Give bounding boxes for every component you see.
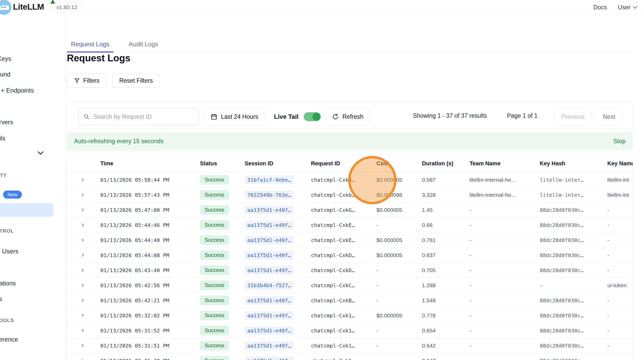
cell-key-name: - xyxy=(603,237,633,243)
reset-filters-button[interactable]: Reset Filters xyxy=(112,74,160,88)
expand-row-chevron-icon[interactable] xyxy=(80,224,84,226)
tab-request-logs[interactable]: Request Logs xyxy=(67,36,114,52)
cell-status: Success xyxy=(196,250,240,260)
sidebar-item-servers[interactable]: rvers xyxy=(0,119,13,126)
row-expand-cell xyxy=(67,254,96,257)
row-expand-cell xyxy=(67,314,96,317)
cell-key-hash: 88dc28d0f030c… xyxy=(536,267,603,273)
sidebar-item-playground[interactable]: und xyxy=(0,71,10,78)
time-range-label: Last 24 Hours xyxy=(221,113,258,120)
previous-page-button[interactable]: Previous xyxy=(554,108,592,125)
cell-team-name: - xyxy=(465,312,536,319)
status-badge: Success xyxy=(200,356,229,360)
expand-row-chevron-icon[interactable] xyxy=(80,193,84,196)
cell-request-id: chatcmpl-CxkD… xyxy=(307,267,372,273)
sidebar-section-observability: TY xyxy=(0,173,7,178)
sidebar-item-keys[interactable]: Keys xyxy=(0,55,11,62)
cell-cost: $0.000005 xyxy=(372,252,418,258)
row-expand-cell xyxy=(67,178,96,181)
table-row: 01/13/2026 05:31:52 PMSuccessaa1375d1-e4… xyxy=(67,323,633,338)
cell-time: 01/13/2026 05:42:21 PM xyxy=(96,297,196,304)
cell-request-id: chatcmpl-Cxk1… xyxy=(307,358,372,360)
table-row: 01/13/2026 05:32:02 PMSuccessaa1375d1-e4… xyxy=(67,308,633,323)
tab-audit-logs[interactable]: Audit Logs xyxy=(125,36,162,52)
session-id-link[interactable]: aa1375d1-e49f… xyxy=(245,311,294,320)
session-id-link[interactable]: aa1375d1-e49f… xyxy=(245,266,294,275)
sidebar-collapse-chevron-icon[interactable] xyxy=(38,149,44,155)
cell-key-hash: 88dc28d0f030c… xyxy=(536,237,603,243)
table-row: 01/13/2026 05:44:40 PMSuccessaa1375d1-e4… xyxy=(67,233,633,248)
cell-key-name: - xyxy=(603,267,633,273)
session-id-link[interactable]: aa1375d1-e49f… xyxy=(245,326,294,335)
new-badge: New xyxy=(3,191,22,199)
sidebar-item-guardrails[interactable]: ils xyxy=(0,135,5,142)
session-id-link[interactable]: aa1375d1-e49f… xyxy=(245,251,294,260)
status-badge: Success xyxy=(200,341,229,350)
sidebar-item-organizations[interactable]: ations xyxy=(0,280,16,287)
filters-button[interactable]: Filters xyxy=(67,74,107,88)
session-id-link[interactable]: 31bfa1cf-0ebe… xyxy=(245,175,294,184)
next-page-button[interactable]: Next xyxy=(595,108,623,125)
row-expand-cell xyxy=(67,208,96,211)
cell-key-hash: 88dc28d0f030c… xyxy=(536,328,603,334)
sidebar-item-teams[interactable]: s xyxy=(0,295,2,303)
cell-status: Success xyxy=(196,220,240,230)
cell-team-name: - xyxy=(465,252,536,258)
session-id-link[interactable]: aa1375d1-e49f… xyxy=(245,221,294,230)
expand-row-chevron-icon[interactable] xyxy=(80,254,84,257)
litellm-logo-icon xyxy=(0,0,11,15)
cell-key-hash: litellm-inter… xyxy=(536,177,603,183)
expand-row-chevron-icon[interactable] xyxy=(80,329,84,332)
cell-request-id: chatcmpl-CxkE… xyxy=(307,237,372,243)
expand-row-chevron-icon[interactable] xyxy=(80,284,84,287)
cell-cost: $0.000005 xyxy=(372,177,418,183)
session-id-link[interactable]: aa1375d1-e49f… xyxy=(245,341,294,350)
cell-duration: 1.548 xyxy=(418,297,465,304)
expand-row-chevron-icon[interactable] xyxy=(80,178,84,181)
header-status: Status xyxy=(196,160,240,167)
session-id-link[interactable]: aa1375d1-e49f… xyxy=(245,236,294,245)
cell-status: Success xyxy=(196,296,240,305)
row-expand-cell xyxy=(67,284,96,287)
sidebar-item-api-reference[interactable]: erence xyxy=(0,336,18,343)
cell-duration: 1.45 xyxy=(418,207,465,213)
cell-key-hash: litellm-inter… xyxy=(536,192,603,198)
cell-key-name: - xyxy=(603,297,633,304)
expand-row-chevron-icon[interactable] xyxy=(80,299,84,302)
expand-row-chevron-icon[interactable] xyxy=(80,239,84,241)
session-id-link[interactable]: 7022549b-763e… xyxy=(245,191,294,199)
session-id-link[interactable]: 31b3b4b4-f527… xyxy=(245,281,294,290)
cell-cost: $0.000005 xyxy=(372,312,418,319)
cell-cost: - xyxy=(372,328,418,334)
user-menu[interactable]: User xyxy=(618,4,637,11)
sidebar-item-logs-active[interactable] xyxy=(0,203,53,217)
header-cost: Cost xyxy=(372,160,418,167)
docs-link[interactable]: Docs xyxy=(593,4,607,11)
cell-request-id: chatcmpl-Cxk1… xyxy=(307,343,372,349)
cell-duration: 0.642 xyxy=(418,343,465,349)
cell-cost: - xyxy=(372,282,418,289)
session-id-link[interactable]: aa1375d1-e49f… xyxy=(245,356,294,360)
stop-auto-refresh-link[interactable]: Stop xyxy=(613,138,626,145)
sidebar-item-users[interactable]: Users xyxy=(2,248,18,255)
session-id-link[interactable]: aa1375d1-e49f… xyxy=(245,206,294,214)
live-tail-toggle[interactable] xyxy=(304,112,321,121)
cell-status: Success xyxy=(196,356,240,360)
expand-row-chevron-icon[interactable] xyxy=(80,344,84,347)
cell-request-id: chatcmpl-CxkD… xyxy=(307,252,372,258)
time-range-button[interactable]: Last 24 Hours xyxy=(204,108,265,125)
header-request-id: Request ID xyxy=(307,160,372,167)
row-expand-cell xyxy=(67,299,96,302)
expand-row-chevron-icon[interactable] xyxy=(80,314,84,317)
search-input[interactable] xyxy=(93,113,194,120)
expand-row-chevron-icon[interactable] xyxy=(80,269,84,272)
status-badge: Success xyxy=(200,311,229,320)
refresh-button[interactable]: Refresh xyxy=(326,108,370,125)
cell-key-hash: 88dc28d0f030c… xyxy=(536,207,603,213)
expand-row-chevron-icon[interactable] xyxy=(80,208,84,211)
row-expand-cell xyxy=(67,329,96,332)
cell-request-id: chatcmpl-CxkC… xyxy=(307,282,372,289)
sidebar-item-models-endpoints[interactable]: + Endpoints xyxy=(1,87,34,94)
session-id-link[interactable]: aa1375d1-e49f… xyxy=(245,296,294,305)
cell-key-hash: 88dc28d0f030c… xyxy=(536,343,603,349)
